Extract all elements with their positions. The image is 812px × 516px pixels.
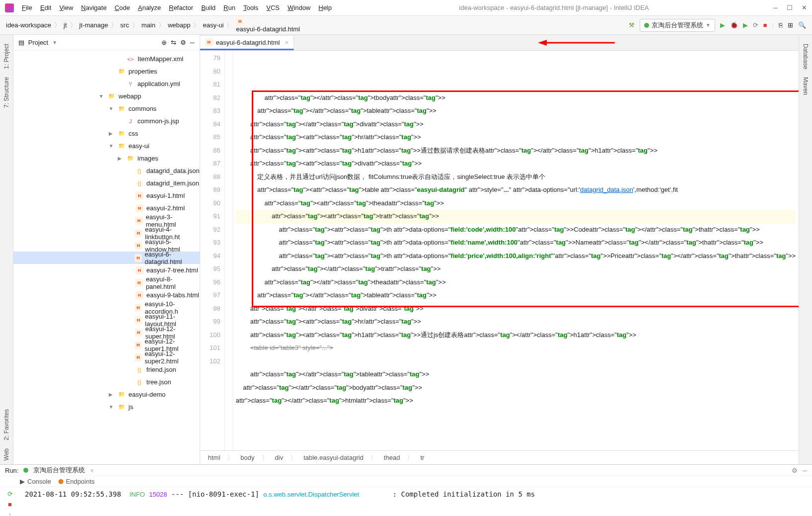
favorites-tool-tab[interactable]: 2: Favorites [1, 405, 12, 444]
build-icon[interactable]: ⚒ [629, 21, 635, 29]
tree-item[interactable]: {}friend.json [13, 363, 200, 376]
tree-item[interactable]: Heasyui-3-menu.html [13, 214, 200, 227]
tree-item[interactable]: {}datagrid_item.json [13, 177, 200, 189]
project-panel: ▤ Project ▼ ⊕ ⇆ ⚙ ─ <>ItemMapper.xml📁pro… [13, 35, 200, 464]
tree-item[interactable]: Heasyui-9-tabs.html [13, 289, 200, 301]
up-icon[interactable]: ↑ [8, 511, 12, 516]
minimize-icon[interactable]: ─ [773, 4, 778, 11]
breadcrumb-item[interactable]: Heasyui-6-datagrid.html [236, 17, 300, 33]
menu-build[interactable]: Build [198, 2, 219, 13]
tree-item[interactable]: Heasyui-12-super1.html [13, 339, 200, 351]
close-run-tab-icon[interactable]: × [90, 467, 94, 474]
web-tool-tab[interactable]: Web [1, 444, 12, 464]
settings-icon[interactable]: ⊞ [788, 21, 793, 29]
breadcrumb-item[interactable]: src [120, 21, 129, 29]
run-config-selector[interactable]: 京淘后台管理系统 ▼ [640, 19, 715, 32]
hide-icon[interactable]: ─ [803, 467, 807, 474]
editor-crumb-item[interactable]: div [275, 454, 284, 461]
tree-item[interactable]: Heasyui-11-layout.html [13, 314, 200, 326]
breadcrumb-item[interactable]: jt [64, 21, 67, 29]
hide-icon[interactable]: ─ [190, 39, 195, 46]
tree-item[interactable]: ▼📁commons [13, 102, 200, 115]
breadcrumb-item[interactable]: main [142, 21, 155, 29]
console-output[interactable]: 2021-08-11 09:52:55.398 INFO 15028 --- [… [20, 487, 812, 516]
breadcrumb-item[interactable]: jt-manage [79, 21, 108, 29]
menu-tools[interactable]: Tools [240, 2, 261, 13]
tree-item[interactable]: Heasyui-4-linkbutton.ht [13, 227, 200, 239]
breadcrumb: idea-workspace〉jt〉jt-manage〉src〉main〉web… [6, 17, 629, 33]
editor-crumb-item[interactable]: tr [420, 454, 424, 461]
run-config-name[interactable]: 京淘后台管理系统 [33, 466, 85, 475]
tree-item[interactable]: {}datagrid_data.json [13, 165, 200, 177]
editor-crumb-item[interactable]: html [208, 454, 221, 461]
menu-vcs[interactable]: VCS [263, 2, 283, 13]
endpoints-tab[interactable]: ⬢Endpoints [58, 478, 95, 485]
search-icon[interactable]: 🔍 [798, 21, 806, 29]
breadcrumb-item[interactable]: idea-workspace [6, 21, 51, 29]
menu-help[interactable]: Help [315, 2, 335, 13]
tree-item[interactable]: ▼📁js [13, 401, 200, 413]
collapse-icon[interactable]: ⇆ [171, 39, 176, 46]
menu-code[interactable]: Code [112, 2, 133, 13]
debug-icon[interactable]: 🐞 [730, 21, 738, 29]
tree-item[interactable]: 📁properties [13, 65, 200, 78]
menu-view[interactable]: View [56, 2, 76, 13]
console-tab[interactable]: ▶Console [20, 478, 51, 485]
gear-icon[interactable]: ⚙ [180, 39, 186, 46]
close-tab-icon[interactable]: × [285, 39, 289, 46]
code-body[interactable]: attr">class="tag"></attr">class="tag">tb… [233, 51, 799, 450]
tree-item[interactable]: ▼📁webapp [13, 90, 200, 102]
target-icon[interactable]: ⊕ [161, 39, 167, 46]
tree-item[interactable]: Heasyui-7-tree.html [13, 264, 200, 276]
breadcrumb-item[interactable]: easy-ui [203, 21, 223, 29]
maven-tool-tab[interactable]: Maven [800, 73, 811, 99]
tree-item[interactable]: Heasyui-5-window.html [13, 239, 200, 252]
gear-icon[interactable]: ⚙ [792, 467, 798, 474]
editor-crumb-item[interactable]: table.easyui-datagrid [303, 454, 364, 461]
stop-icon[interactable]: ■ [763, 21, 767, 29]
editor-tab-active[interactable]: H easyui-6-datagrid.html × [200, 35, 294, 50]
menu-analyze[interactable]: Analyze [135, 2, 164, 13]
tree-item[interactable]: Heasyui-10-accordion.h [13, 301, 200, 314]
editor-crumb-item[interactable]: body [240, 454, 254, 461]
stop-icon[interactable]: ■ [8, 501, 12, 508]
rerun-icon[interactable]: ⟳ [7, 490, 13, 498]
tree-item[interactable]: <>ItemMapper.xml [13, 53, 200, 65]
menu-refactor[interactable]: Refactor [166, 2, 196, 13]
tree-item[interactable]: Jcommon-js.jsp [13, 115, 200, 127]
tree-item[interactable]: Heasyui-2.html [13, 202, 200, 214]
project-icon: ▤ [18, 39, 24, 46]
coverage-icon[interactable]: ▶ [743, 21, 748, 29]
breadcrumb-item[interactable]: webapp [168, 21, 191, 29]
menu-run[interactable]: Run [221, 2, 238, 13]
tree-item[interactable]: ▶📁css [13, 127, 200, 140]
editor-crumb-item[interactable]: thead [384, 454, 400, 461]
project-tree[interactable]: <>ItemMapper.xml📁propertiesYapplication.… [13, 51, 200, 464]
run-icon[interactable]: ▶ [720, 21, 725, 29]
structure-tool-tab[interactable]: 7: Structure [1, 73, 12, 112]
menu-edit[interactable]: Edit [37, 2, 54, 13]
project-tool-tab[interactable]: 1: Project [1, 40, 12, 73]
maximize-icon[interactable]: ☐ [787, 4, 793, 11]
tree-item[interactable]: {}tree.json [13, 376, 200, 388]
profile-icon[interactable]: ⟳ [753, 21, 758, 29]
menu-file[interactable]: File [19, 2, 35, 13]
tree-item[interactable]: Yapplication.yml [13, 78, 200, 90]
menu-window[interactable]: Window [285, 2, 313, 13]
database-tool-tab[interactable]: Database [800, 40, 811, 73]
tree-item[interactable]: ▶📁images [13, 152, 200, 165]
tree-item[interactable]: Heasyui-6-datagrid.html [13, 252, 200, 264]
menu-navigate[interactable]: Navigate [78, 2, 109, 13]
chevron-down-icon[interactable]: ▼ [52, 40, 57, 45]
code-editor[interactable]: 7980818283848586878889909192939495969798… [200, 51, 799, 450]
tree-item[interactable]: Heasyui-12-super2.html [13, 351, 200, 363]
tree-item[interactable]: Heasyui-12-super.html [13, 326, 200, 339]
tree-item[interactable]: Heasyui-8-panel.html [13, 276, 200, 289]
run-config-label: 京淘后台管理系统 [652, 21, 703, 30]
tree-item[interactable]: ▶📁easyui-demo [13, 388, 200, 401]
line-number-gutter: 7980818283848586878889909192939495969798… [200, 51, 225, 450]
tree-item[interactable]: Heasyui-1.html [13, 189, 200, 202]
git-icon[interactable]: ⎘ [779, 21, 783, 29]
close-icon[interactable]: ✕ [802, 4, 807, 11]
tree-item[interactable]: ▼📁easy-ui [13, 140, 200, 152]
